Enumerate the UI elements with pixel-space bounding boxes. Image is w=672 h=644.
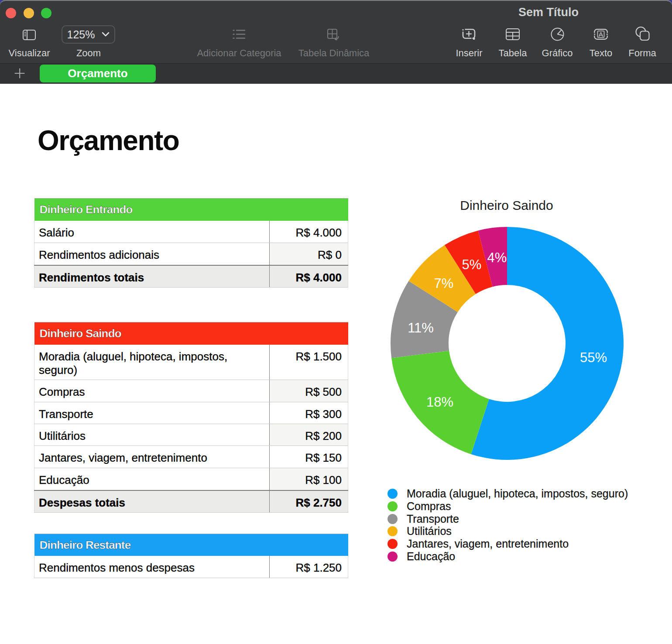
svg-text:A: A <box>599 31 603 38</box>
